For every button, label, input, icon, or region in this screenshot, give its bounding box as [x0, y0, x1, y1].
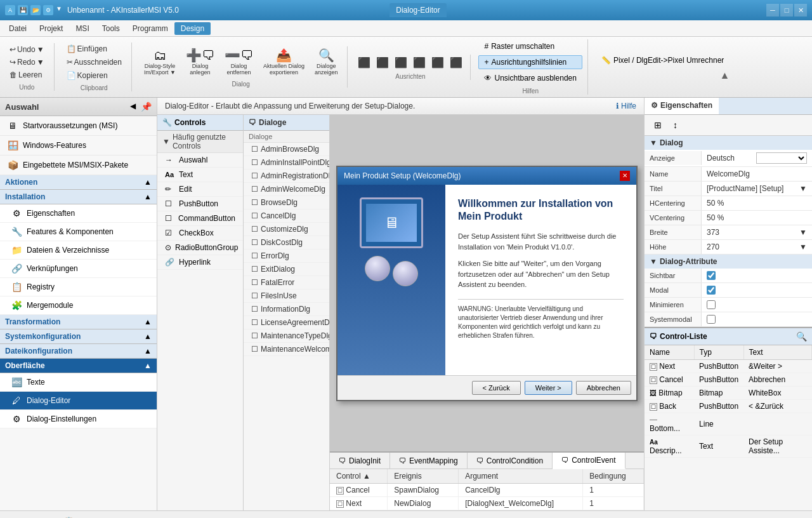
sichtbar-checkbox[interactable]	[707, 271, 716, 280]
nav-verknuepfungen[interactable]: 🔗 Verknüpfungen	[0, 260, 157, 278]
dialog-item-9[interactable]: ☐ExitDialog	[244, 263, 329, 276]
nav-eigenschaften[interactable]: ⚙ Eigenschaften	[0, 204, 157, 223]
chk-next[interactable]: ☐	[650, 363, 657, 371]
row1-check[interactable]: ☐	[336, 500, 344, 508]
align-btn-3[interactable]: ⬛	[392, 55, 410, 70]
unsichtbare-button[interactable]: 👁 Unsichtbare ausblenden	[478, 71, 582, 85]
col-bedingung[interactable]: Bedingung	[583, 469, 644, 484]
menu-msi[interactable]: MSI	[69, 22, 95, 35]
section-dateikonfiguration[interactable]: Dateikonfiguration ▲	[0, 344, 157, 359]
menu-projekt[interactable]: Projekt	[33, 22, 69, 35]
nav-texte[interactable]: 🔤 Texte	[0, 373, 157, 392]
back-button[interactable]: < Zurück	[472, 381, 521, 395]
dialog-item-15[interactable]: ☐MaintenanceWelcomeDlg	[244, 343, 329, 356]
col-ereignis[interactable]: Ereignis	[388, 469, 459, 484]
dialog-item-11[interactable]: ☐FilesInUse	[244, 289, 329, 303]
open-icon[interactable]: 📂	[30, 5, 41, 15]
aktuellen-dialog-button[interactable]: 📤 Aktuellen Dialogexportieren	[259, 46, 309, 78]
dialog-item-4[interactable]: ☐BrowseDlg	[244, 196, 329, 209]
breite-dropdown[interactable]: ▼	[799, 228, 807, 237]
next-button[interactable]: Weiter >	[525, 381, 572, 395]
col-argument[interactable]: Argument	[459, 469, 583, 484]
raster-umschalten-button[interactable]: # Raster umschalten	[478, 39, 582, 53]
dialog-anlegen-button[interactable]: ➕🗨 Dialoganlegen	[181, 46, 219, 78]
dialog-item-13[interactable]: ☐LicenseAgreementDlg	[244, 316, 329, 329]
nav-registry[interactable]: 📋 Registry	[0, 278, 157, 296]
tab-controlevent[interactable]: 🗨 ControlEvent	[553, 453, 625, 469]
control-radiobutton[interactable]: ⊙ RadioButtonGroup	[157, 241, 243, 255]
title-dropdown[interactable]: ▼	[56, 5, 62, 15]
control-hyperlink[interactable]: 🔗 Hyperlink	[157, 255, 243, 270]
menu-design[interactable]: Design	[174, 22, 211, 35]
ctrl-col-text[interactable]: Text	[743, 345, 811, 360]
dialog-item-8[interactable]: ☐ErrorDlg	[244, 249, 329, 263]
dialog-item-3[interactable]: ☐AdminWelcomeDlg	[244, 183, 329, 196]
nav-dialog-editor[interactable]: 🖊 Dialog-Editor	[0, 392, 157, 410]
nav-dateien[interactable]: 📁 Dateien & Verzeichnisse	[0, 241, 157, 260]
systemmodal-value[interactable]	[702, 312, 812, 326]
ctrl-col-name[interactable]: Name	[645, 345, 694, 360]
kopieren-button[interactable]: 📄 Kopieren	[62, 69, 126, 82]
undo-button[interactable]: ↩ Undo ▼	[5, 43, 49, 56]
align-btn-2[interactable]: ⬛	[374, 55, 391, 70]
breite-value[interactable]: 373 ▼	[702, 225, 812, 239]
einfuegen-button[interactable]: 📋 Einfügen	[62, 43, 126, 55]
dialog-item-12[interactable]: ☐InformationDlg	[244, 303, 329, 316]
titel-dropdown[interactable]: ▼	[799, 184, 807, 193]
dialog-entfernen-button[interactable]: ➖🗨 Dialogentfernen	[220, 46, 258, 78]
anzeige-value[interactable]: Deutsch	[702, 150, 812, 166]
systemmodal-checkbox[interactable]	[707, 315, 716, 324]
ausschneiden-button[interactable]: ✂ Ausschneiden	[62, 56, 126, 69]
leeren-button[interactable]: 🗑 Leeren	[5, 69, 49, 81]
ausrichtungshilfslinien-button[interactable]: + Ausrichtungshilfslinien	[478, 55, 582, 69]
dialog-item-6[interactable]: ☐CustomizeDlg	[244, 223, 329, 236]
tab-eigenschaften[interactable]: ⚙ Eigenschaften	[645, 98, 719, 114]
dialog-item-7[interactable]: ☐DiskCostDlg	[244, 236, 329, 249]
section-aktionen[interactable]: Aktionen ▲	[0, 175, 157, 190]
section-systemkonfiguration[interactable]: Systemkonfiguration ▲	[0, 329, 157, 344]
menu-programm[interactable]: Programm	[126, 22, 174, 35]
modal-value[interactable]	[702, 283, 812, 297]
dialog-item-10[interactable]: ☐FatalError	[244, 276, 329, 289]
nav-dialog-einstellungen[interactable]: ⚙ Dialog-Einstellungen	[0, 410, 157, 428]
align-btn-1[interactable]: ⬛	[355, 55, 373, 70]
align-btn-4[interactable]: ⬛	[410, 55, 428, 70]
modal-checkbox[interactable]	[707, 286, 716, 295]
align-btn-6[interactable]: ⬛	[447, 55, 465, 70]
hoehe-dropdown[interactable]: ▼	[799, 242, 807, 251]
save-icon[interactable]: 💾	[18, 5, 28, 15]
chk-back[interactable]: ☐	[650, 403, 657, 411]
nav-eingebettete[interactable]: 📦 Eingebettete MSI/MSIX-Pakete	[0, 156, 157, 175]
cancel-button[interactable]: Abbrechen	[576, 381, 631, 395]
align-btn-5[interactable]: ⬛	[429, 55, 447, 70]
props-section-attributes[interactable]: ▼ Dialog-Attribute	[645, 255, 812, 269]
nav-startvoraussetzungen[interactable]: 🖥 Startvoraussetzungen (MSI)	[0, 116, 157, 136]
pixel-button[interactable]: 📏 Pixel / DlgEdit->Pixel Umrechner	[596, 53, 730, 67]
dialog-item-5[interactable]: ☐CancelDlg	[244, 209, 329, 223]
help-button[interactable]: ℹ Hilfe	[616, 102, 636, 110]
close-button[interactable]: ✕	[794, 4, 807, 17]
anzeige-select[interactable]	[756, 152, 807, 164]
control-checkbox[interactable]: ☑ CheckBox	[157, 226, 243, 241]
sichtbar-value[interactable]	[702, 269, 812, 282]
config-icon[interactable]: ⚙	[43, 5, 53, 15]
minimieren-value[interactable]	[702, 298, 812, 312]
dialoge-anzeigen-button[interactable]: 🔍 Dialogeanzeigen	[310, 46, 343, 78]
dialog-item-0[interactable]: ☐AdminBrowseDlg	[244, 143, 329, 156]
ctrl-list-search-icon[interactable]: 🔍	[796, 331, 807, 342]
title-tab-editor[interactable]: Dialog-Editor	[390, 3, 446, 17]
props-icon-sort[interactable]: ↕	[669, 117, 682, 133]
tab-dialoginit[interactable]: 🗨 DialogInit	[330, 453, 390, 468]
nav-windows-features[interactable]: 🪟 Windows-Features	[0, 136, 157, 156]
redo-button[interactable]: ↪ Redo ▼	[5, 56, 49, 69]
section-installation[interactable]: Installation ▲	[0, 190, 157, 204]
dialog-item-14[interactable]: ☐MaintenanceTypeDlg	[244, 329, 329, 343]
setup-close-button[interactable]: ✕	[620, 171, 630, 181]
nav-mergemodule[interactable]: 🧩 Mergemodule	[0, 296, 157, 315]
restore-button[interactable]: □	[780, 4, 793, 17]
hoehe-value[interactable]: 270 ▼	[702, 240, 812, 254]
titel-value[interactable]: [ProductName] [Setup] ▼	[702, 182, 812, 196]
minimize-button[interactable]: ─	[766, 4, 779, 17]
row0-check[interactable]: ☐	[336, 487, 344, 495]
dialog-item-1[interactable]: ☐AdminInstallPointDlg	[244, 156, 329, 169]
